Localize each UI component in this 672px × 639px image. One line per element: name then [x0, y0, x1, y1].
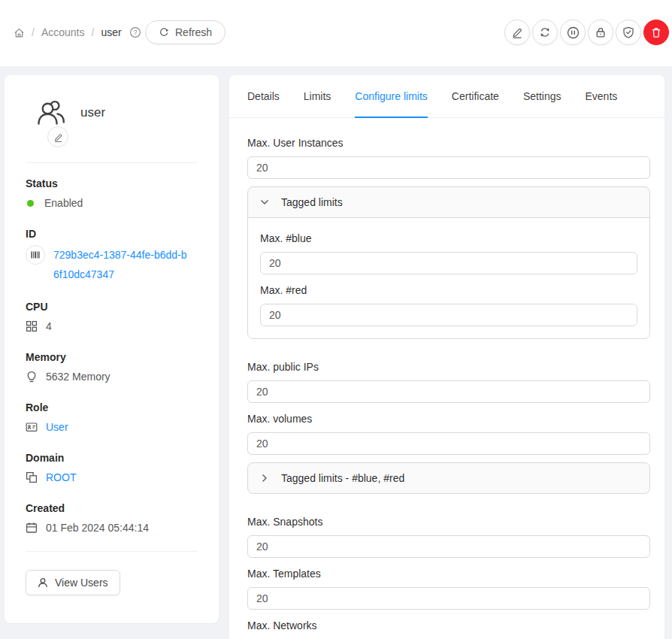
created-value: 01 Feb 2024 05:44:14 [46, 519, 149, 536]
block-icon [26, 471, 38, 483]
max-networks-label: Max. Networks [247, 617, 650, 634]
view-users-button[interactable]: View Users [26, 570, 120, 595]
tagged-limits-collapsed-panel: Tagged limits - #blue, #red [247, 462, 650, 494]
disable-account-button[interactable] [560, 20, 586, 45]
cpu-value: 4 [46, 318, 52, 335]
add-certificate-button[interactable] [616, 20, 641, 45]
form-item-max-volumes: Max. volumes [247, 410, 650, 455]
sync-icon [539, 26, 551, 38]
field-memory-label: Memory [26, 349, 198, 365]
form-item-max-networks: Max. Networks [247, 617, 650, 634]
pencil-icon [53, 132, 63, 142]
tagged-limits-collapsed-header[interactable]: Tagged limits - #blue, #red [248, 463, 649, 493]
svg-text:?: ? [133, 29, 137, 36]
max-red-label: Max. #red [260, 282, 637, 298]
chevron-right-icon [260, 474, 269, 483]
max-volumes-input[interactable] [247, 432, 650, 455]
field-role: Role User [26, 399, 198, 435]
lock-account-button[interactable] [588, 20, 613, 45]
edit-account-button[interactable] [504, 20, 530, 45]
action-toolbar [504, 20, 669, 45]
memory-value: 5632 Memory [46, 368, 110, 385]
breadcrumb-separator: / [32, 26, 35, 38]
domain-link[interactable]: ROOT [46, 469, 76, 486]
tab-certificate[interactable]: Certificate [452, 75, 499, 117]
shield-check-icon [622, 26, 634, 38]
tagged-limits-title: Tagged limits [281, 196, 343, 208]
form-item-max-blue: Max. #blue [260, 230, 637, 274]
field-domain: Domain ROOT [26, 450, 198, 486]
form-item-max-user-instances: Max. User Instances [247, 135, 650, 179]
status-dot-icon [27, 200, 34, 207]
field-cpu-label: CPU [26, 298, 198, 315]
max-user-instances-label: Max. User Instances [247, 135, 650, 151]
configure-limits-form: Max. User Instances Tagged limits Max. #… [229, 118, 664, 634]
field-status-label: Status [26, 175, 198, 192]
max-public-ips-label: Max. public IPs [247, 359, 650, 375]
tagged-limits-collapsed-title: Tagged limits - #blue, #red [281, 472, 404, 484]
field-id-label: ID [26, 226, 198, 242]
account-id-link[interactable]: 729b3ec4-1387-44fe-b6dd-b6f10dc47347 [53, 245, 190, 284]
field-role-label: Role [26, 399, 198, 416]
max-snapshots-input[interactable] [247, 535, 650, 558]
refresh-button-label: Refresh [175, 26, 212, 38]
detail-panel: Details Limits Configure limits Certific… [229, 75, 664, 639]
form-item-max-public-ips: Max. public IPs [247, 359, 650, 403]
tabbar: Details Limits Configure limits Certific… [229, 75, 664, 118]
grid-icon [26, 320, 38, 332]
tab-details[interactable]: Details [247, 75, 280, 117]
field-created-label: Created [26, 500, 198, 516]
field-memory: Memory 5632 Memory [26, 349, 198, 385]
max-templates-input[interactable] [247, 587, 650, 610]
calendar-icon [26, 522, 38, 534]
max-snapshots-label: Max. Snapshots [247, 513, 650, 530]
team-icon [35, 96, 68, 129]
max-blue-label: Max. #blue [260, 230, 637, 247]
barcode-icon [26, 245, 45, 265]
max-templates-label: Max. Templates [247, 565, 650, 582]
resource-head: user [26, 93, 198, 163]
field-status: Status Enabled [26, 175, 198, 211]
role-link[interactable]: User [46, 419, 68, 435]
breadcrumb-item-accounts[interactable]: Accounts [41, 26, 85, 38]
form-item-max-red: Max. #red [260, 282, 637, 326]
home-icon[interactable] [14, 27, 25, 38]
tab-events[interactable]: Events [585, 75, 617, 117]
tab-settings[interactable]: Settings [523, 75, 562, 117]
edit-avatar-button[interactable] [47, 126, 68, 147]
tagged-limits-body: Max. #blue Max. #red [248, 217, 649, 338]
breadcrumb-item-current: user [101, 26, 121, 38]
update-resource-count-button[interactable] [532, 20, 558, 45]
tagged-limits-header[interactable]: Tagged limits [248, 187, 649, 217]
view-users-label: View Users [55, 577, 108, 589]
idcard-icon [26, 421, 38, 433]
breadcrumb: / Accounts / user ? [14, 20, 141, 44]
edit-icon [511, 26, 523, 38]
form-item-max-templates: Max. Templates [247, 565, 650, 610]
page-body: user Status Enabled [0, 66, 672, 639]
max-blue-input[interactable] [260, 252, 637, 274]
reload-icon [159, 27, 169, 38]
tab-configure-limits[interactable]: Configure limits [355, 75, 427, 117]
refresh-button[interactable]: Refresh [145, 20, 226, 44]
field-id: ID 729b3ec4-1387-44fe-b6dd-b6f10dc47347 [26, 226, 198, 284]
question-circle-icon[interactable]: ? [129, 26, 141, 38]
pause-circle-icon [567, 26, 580, 39]
tab-limits[interactable]: Limits [304, 75, 331, 117]
trash-icon [650, 26, 662, 38]
tagged-limits-panel: Tagged limits Max. #blue Max. #red [247, 186, 650, 339]
breadcrumb-separator: / [91, 26, 94, 38]
bulb-icon [26, 371, 38, 383]
page-header: / Accounts / user ? Refresh [0, 0, 672, 66]
status-value: Enabled [44, 195, 83, 211]
delete-account-button[interactable] [643, 20, 669, 45]
max-public-ips-input[interactable] [247, 380, 650, 403]
field-domain-label: Domain [26, 450, 198, 466]
field-created: Created 01 Feb 2024 05:44:14 [26, 500, 198, 536]
max-volumes-label: Max. volumes [247, 410, 650, 427]
max-red-input[interactable] [260, 304, 637, 326]
form-item-max-snapshots: Max. Snapshots [247, 513, 650, 558]
card-divider [26, 551, 198, 552]
account-title: user [80, 104, 105, 122]
max-user-instances-input[interactable] [247, 156, 650, 179]
